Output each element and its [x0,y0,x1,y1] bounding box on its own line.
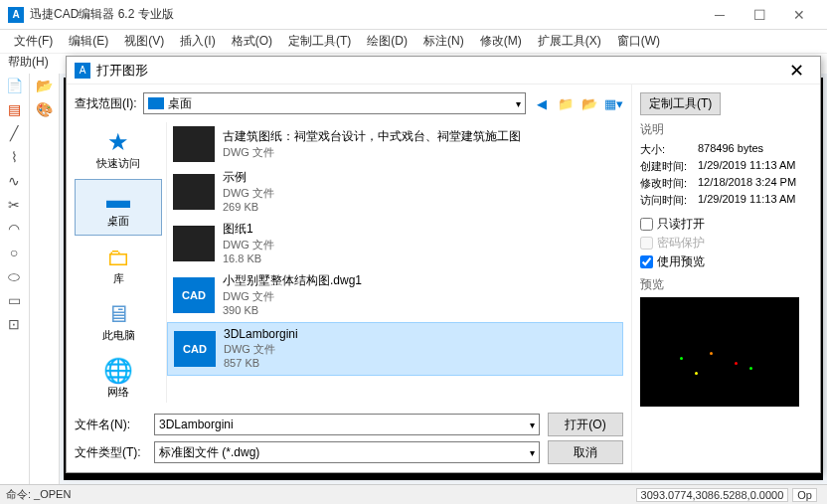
prop-value: 1/29/2019 11:13 AM [698,159,812,174]
nav-view-icon[interactable]: ▦▾ [603,93,623,113]
open-button[interactable]: 打开(O) [548,413,623,436]
tool-line-icon[interactable]: ╱ [0,121,28,145]
titlebar: A 迅捷CAD编辑器 6.2 专业版 ─ ☐ ✕ [0,0,827,30]
status-op: Op [792,488,817,502]
desktop-icon [148,97,164,109]
file-item[interactable]: CAD小型别墅整体结构图.dwg1DWG 文件390 KB [167,269,623,321]
file-type: DWG 文件 [223,145,521,159]
place-item[interactable]: ★快速访问 [75,122,162,177]
file-thumb [173,126,215,162]
place-item[interactable]: 🌐网络 [75,351,162,403]
tool-open-icon[interactable]: 📂 [30,74,58,97]
place-label: 库 [113,271,124,286]
filetype-dropdown[interactable]: 标准图文件 (*.dwg)▾ [154,441,540,463]
app-title: 迅捷CAD编辑器 6.2 专业版 [30,6,700,23]
file-name: 小型别墅整体结构图.dwg1 [223,273,362,289]
tool-circle-icon[interactable]: ○ [0,241,28,264]
file-thumb [173,226,215,261]
menu-tools[interactable]: 定制工具(T) [282,31,357,52]
readonly-checkbox[interactable]: 只读打开 [640,216,812,233]
command-line[interactable]: 命令: _OPEN [6,487,636,502]
preview-label: 预览 [640,276,812,293]
place-item[interactable]: ▬桌面 [75,179,162,236]
minimize-button[interactable]: ─ [700,0,740,30]
menu-insert[interactable]: 插入(I) [174,31,221,52]
tool-color-icon[interactable]: 🎨 [30,97,58,121]
menu-help[interactable]: 帮助(H) [8,55,49,69]
prop-key: 创建时间: [640,159,694,174]
nav-newfolder-icon[interactable]: 📂 [579,93,599,113]
tool-point-icon[interactable]: ⊡ [0,312,28,336]
file-item[interactable]: CAD3DLamborginiDWG 文件857 KB [167,322,623,376]
dialog-side-panel: 定制工具(T) 说明 大小:878496 bytes创建时间:1/29/2019… [631,84,820,472]
menu-modify[interactable]: 修改(M) [474,31,528,52]
menu-draw[interactable]: 绘图(D) [361,31,414,52]
coordinates: 3093.0774,3086.5288,0.0000 [636,488,789,502]
tool-new-icon[interactable]: 📄 [0,74,28,97]
place-icon: ★ [100,128,136,156]
password-checkbox[interactable]: 密码保护 [640,235,812,252]
usepreview-checkbox[interactable]: 使用预览 [640,253,812,270]
lookin-label: 查找范围(I): [75,95,137,112]
place-icon: 🗀 [100,244,136,271]
menu-format[interactable]: 格式(O) [226,31,278,52]
place-item[interactable]: 🖥此电脑 [75,294,162,349]
file-type: DWG 文件 [223,289,362,303]
menu-window[interactable]: 窗口(W) [611,31,666,52]
chevron-down-icon: ▾ [516,98,521,109]
prop-value: 12/18/2018 3:24 PM [698,176,812,191]
tool-polyline-icon[interactable]: ⌇ [0,145,28,169]
menu-edit[interactable]: 编辑(E) [63,31,114,52]
tool-ellipse-icon[interactable]: ⬭ [0,264,28,288]
tool-rect-icon[interactable]: ▭ [0,288,28,312]
place-icon: ▬ [100,186,136,214]
description-label: 说明 [640,121,812,138]
place-label: 网络 [107,385,129,400]
app-logo: A [8,7,24,23]
file-name: 示例 [223,170,274,186]
filename-input[interactable]: 3DLamborgini▾ [154,414,540,435]
tool-layers-icon[interactable]: ▤ [0,97,28,121]
file-name: 3DLamborgini [224,327,298,343]
lookin-value: 桌面 [168,95,192,112]
file-list[interactable]: 古建筑图纸：祠堂戏台设计，中式戏台、祠堂建筑施工图DWG 文件示例DWG 文件2… [166,122,623,403]
prop-key: 大小: [640,142,694,157]
preview-image [640,297,799,407]
cad-icon: CAD [174,331,216,367]
tool-arc-icon[interactable]: ◠ [0,217,28,241]
prop-value: 878496 bytes [698,142,812,157]
prop-key: 访问时间: [640,193,694,208]
file-item[interactable]: 示例DWG 文件269 KB [167,166,623,218]
close-button[interactable]: ✕ [779,0,819,30]
file-name: 古建筑图纸：祠堂戏台设计，中式戏台、祠堂建筑施工图 [223,129,521,145]
dialog-title: 打开图形 [96,62,781,80]
maximize-button[interactable]: ☐ [740,0,779,30]
file-size: 390 KB [223,303,362,317]
file-item[interactable]: 古建筑图纸：祠堂戏台设计，中式戏台、祠堂建筑施工图DWG 文件 [167,122,623,166]
file-item[interactable]: 图纸1DWG 文件16.8 KB [167,218,623,269]
file-thumb [173,174,215,210]
place-icon: 🖥 [100,300,136,328]
file-name: 图纸1 [223,222,274,238]
nav-back-icon[interactable]: ◀ [532,93,552,113]
cancel-button[interactable]: 取消 [548,440,623,464]
place-item[interactable]: 🗀库 [75,238,162,292]
file-type: DWG 文件 [223,238,274,252]
place-label: 此电脑 [102,328,135,343]
menu-view[interactable]: 视图(V) [118,31,170,52]
custom-tools-button[interactable]: 定制工具(T) [640,92,721,115]
place-label: 桌面 [107,214,129,229]
file-size: 857 KB [224,356,298,370]
dialog-close-icon[interactable]: ✕ [781,60,812,82]
tool-spline-icon[interactable]: ∿ [0,169,28,193]
tool-column-1: 📄 ▤ ╱ ⌇ ∿ ✂ ◠ ○ ⬭ ▭ ⊡ [0,74,30,484]
tool-column-2: 📂 🎨 [30,74,60,484]
menu-dimension[interactable]: 标注(N) [417,31,470,52]
menu-extend[interactable]: 扩展工具(X) [532,31,607,52]
place-label: 快速访问 [96,156,140,171]
tool-trim-icon[interactable]: ✂ [0,193,28,217]
nav-up-icon[interactable]: 📁 [556,93,576,113]
statusbar: 命令: _OPEN 3093.0774,3086.5288,0.0000 Op [0,484,827,504]
menu-file[interactable]: 文件(F) [8,31,59,52]
lookin-dropdown[interactable]: 桌面 ▾ [143,92,526,114]
